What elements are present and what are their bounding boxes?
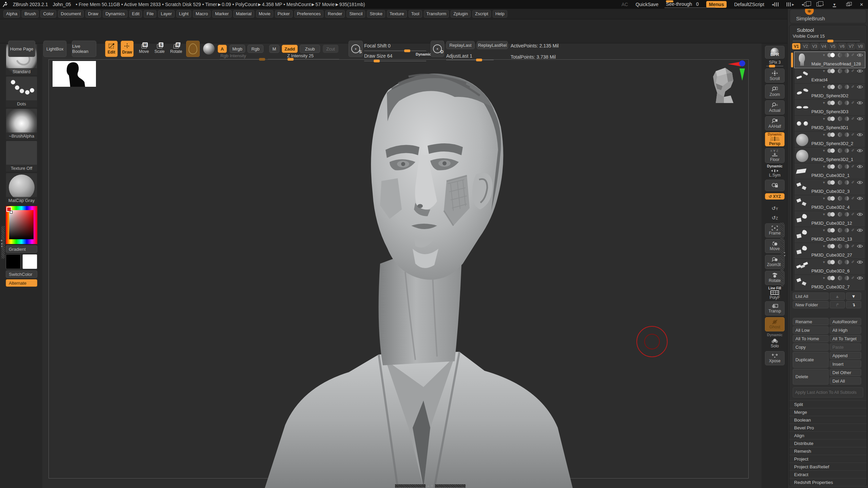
aahalf-button[interactable]: AAHalf [765, 116, 785, 130]
difference-icon[interactable] [845, 69, 849, 73]
bpr-render-button[interactable]: BPR [765, 46, 785, 59]
menu-item[interactable]: Marker [212, 10, 231, 18]
folder-arrow-icon[interactable]: ▾ [823, 85, 825, 89]
menu-item[interactable]: Edit [129, 10, 142, 18]
difference-icon[interactable] [845, 164, 849, 169]
home-page-button[interactable]: Home Page [8, 41, 35, 57]
polypaint-icon[interactable] [827, 180, 835, 185]
move-mode-button[interactable]: M Move [138, 41, 150, 57]
draw-size-track[interactable] [364, 61, 426, 61]
see-through-knob[interactable] [666, 0, 673, 2]
folder-arrow-icon[interactable]: ▾ [823, 276, 825, 280]
visibility-eye-icon[interactable] [857, 181, 863, 184]
scale-mode-button[interactable]: S Scale [153, 41, 166, 57]
tray-arrows-icon[interactable]: ▲▼ [427, 484, 434, 488]
new-folder-button[interactable]: New Folder [793, 301, 829, 308]
visibility-eye-icon[interactable] [857, 197, 863, 200]
rotate-z-constraint-button[interactable]: ↺Z [765, 215, 785, 221]
stroke-curve-s-button[interactable]: +S [349, 41, 363, 57]
folder-arrow-icon[interactable]: ▾ [823, 149, 825, 152]
uv-icon[interactable] [838, 228, 842, 232]
visibility-eye-icon[interactable] [857, 53, 863, 57]
menu-item[interactable]: Alpha [3, 10, 20, 18]
view-tab[interactable]: V5 [829, 43, 837, 49]
brush-edit-icon[interactable]: ✐ [851, 101, 854, 105]
move-up-button[interactable]: ▲ [830, 292, 845, 300]
uv-icon[interactable] [838, 196, 842, 201]
visibility-eye-icon[interactable] [857, 212, 863, 216]
visibility-eye-icon[interactable] [857, 101, 863, 105]
left-tray-collapse-handle[interactable]: ▸▴▾ [1, 226, 5, 259]
uv-icon[interactable] [838, 148, 842, 153]
folder-arrow-icon[interactable]: ▾ [823, 69, 825, 73]
visible-count-knob[interactable] [827, 40, 833, 42]
zadd-button[interactable]: Zadd [282, 45, 298, 53]
spix-knob[interactable] [769, 65, 775, 67]
polypaint-icon[interactable] [827, 53, 835, 57]
polypaint-icon[interactable] [827, 85, 835, 89]
brush-edit-icon[interactable]: ✐ [851, 133, 854, 137]
polypaint-icon[interactable] [827, 164, 835, 169]
see-through-track[interactable] [665, 7, 715, 8]
cascade-left-icon[interactable]: ◂ [802, 2, 809, 7]
subtool-action-row[interactable]: Boolean [789, 416, 867, 424]
lightbox-button[interactable]: LightBox [43, 41, 66, 57]
brush-edit-icon[interactable]: ✐ [851, 85, 854, 89]
mrgb-button[interactable]: Mrgb [230, 45, 245, 53]
subtool-row[interactable]: ▾ ✐ Extract4 [794, 68, 865, 84]
subtool-action-row[interactable]: Split [789, 401, 867, 408]
tray-hatch-right[interactable] [435, 484, 466, 488]
axis-z-gizmo[interactable] [739, 60, 745, 66]
rgb-intensity-track[interactable] [220, 59, 265, 60]
floor-axes-toggles[interactable]: XYZ [770, 149, 780, 152]
menus-toggle-button[interactable]: Menus [706, 1, 727, 8]
minimize-button[interactable]: ▼ [831, 2, 837, 7]
folder-arrow-icon[interactable]: ▾ [823, 197, 825, 200]
edit-mode-button[interactable]: Edit [105, 41, 118, 57]
polypaint-icon[interactable] [827, 196, 835, 201]
replay-last-button[interactable]: ReplayLast [446, 41, 475, 49]
list-all-button[interactable]: List All [793, 292, 829, 300]
del-all-button[interactable]: Del All [830, 377, 861, 385]
move-into-folder-button[interactable]: ↴ [846, 301, 861, 308]
replay-last-rel-button[interactable]: ReplayLastRel [477, 41, 508, 49]
difference-icon[interactable] [845, 101, 849, 105]
menu-item[interactable]: Zplugin [451, 10, 471, 18]
brush-edit-icon[interactable]: ✐ [851, 276, 854, 280]
alternate-button[interactable]: Alternate [6, 279, 37, 287]
menu-item[interactable]: Texture [387, 10, 407, 18]
menu-item[interactable]: File [144, 10, 156, 18]
visibility-eye-icon[interactable] [857, 276, 863, 280]
visibility-eye-icon[interactable] [857, 165, 863, 168]
view-tab[interactable]: V1 [792, 43, 801, 49]
brush-edit-icon[interactable]: ✐ [851, 117, 854, 121]
folder-arrow-icon[interactable]: ▾ [823, 228, 825, 232]
folder-arrow-icon[interactable]: ▾ [823, 212, 825, 216]
apply-last-action-button[interactable]: Apply Last Action To All Subtools [793, 387, 863, 398]
menu-item[interactable]: Help [493, 10, 507, 18]
subtool-row[interactable]: ▾ ✐ PM3D_Cube3D2_6 [794, 259, 865, 275]
adjust-last-slider-label[interactable]: AdjustLast 1 [446, 53, 472, 59]
move-down-button[interactable]: ▼ [846, 292, 861, 300]
folder-arrow-icon[interactable]: ▾ [823, 260, 825, 264]
difference-icon[interactable] [845, 276, 849, 280]
menu-item[interactable]: Brush [22, 10, 39, 18]
polypaint-icon[interactable] [827, 212, 835, 217]
subtool-action-row[interactable]: Remesh [789, 447, 867, 455]
visibility-eye-icon[interactable] [857, 244, 863, 248]
draw-mode-button[interactable]: Draw [121, 41, 134, 57]
axis-y-gizmo[interactable] [739, 68, 745, 81]
all-to-home-button[interactable]: All To Home [793, 335, 829, 342]
menu-item[interactable]: Tool [409, 10, 422, 18]
brush-edit-icon[interactable]: ✐ [851, 260, 854, 264]
saturation-value-square[interactable] [9, 210, 34, 239]
rotate-mode-button[interactable]: R Rotate [169, 41, 183, 57]
uv-icon[interactable] [838, 164, 842, 169]
all-high-button[interactable]: All High [830, 326, 861, 334]
subtool-row[interactable]: ▾ ✐ PM3D_Cube3D2_3 [794, 179, 865, 195]
difference-icon[interactable] [845, 228, 849, 232]
uv-icon[interactable] [838, 53, 842, 57]
difference-icon[interactable] [845, 148, 849, 153]
menu-item[interactable]: Material [233, 10, 254, 18]
uv-icon[interactable] [838, 69, 842, 73]
